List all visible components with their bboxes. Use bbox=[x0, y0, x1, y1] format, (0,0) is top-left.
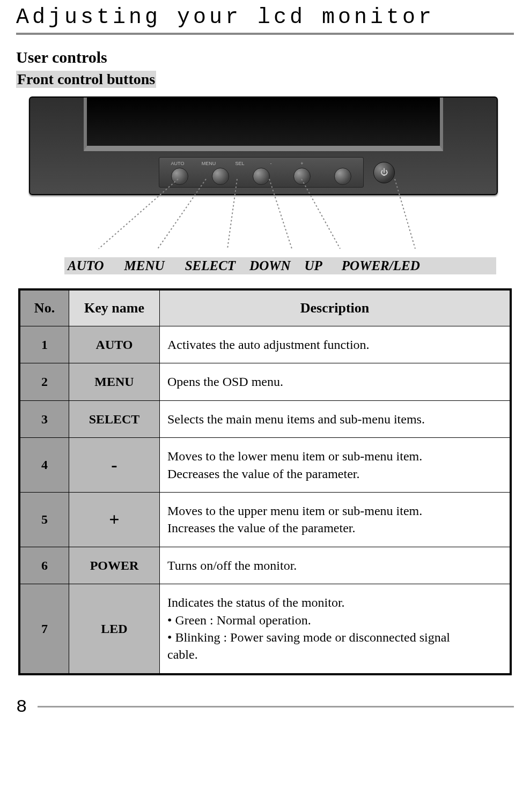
panel-label-minus: - bbox=[256, 161, 286, 166]
cell-no: 1 bbox=[19, 326, 69, 363]
cell-no: 7 bbox=[19, 584, 69, 674]
table-header-desc: Description bbox=[160, 289, 511, 326]
monitor-illustration: AUTO MENU SEL - + ⏻ bbox=[29, 96, 501, 254]
cell-no: 2 bbox=[19, 363, 69, 400]
cell-desc: Turns on/off the monitor. bbox=[160, 547, 511, 584]
svg-line-4 bbox=[301, 179, 340, 249]
label-down: DOWN bbox=[245, 258, 300, 273]
cell-key: - bbox=[69, 438, 160, 493]
panel-label-auto: AUTO bbox=[163, 161, 193, 166]
svg-line-1 bbox=[158, 179, 206, 249]
panel-label-plus: + bbox=[287, 161, 317, 166]
panel-label-sel: SEL bbox=[225, 161, 255, 166]
table-row: 7LEDIndicates the status of the monitor.… bbox=[19, 584, 511, 674]
table-row: 3SELECTSelects the main menu items and s… bbox=[19, 400, 511, 437]
cell-key: + bbox=[69, 492, 160, 547]
table-header-key: Key name bbox=[69, 289, 160, 326]
cell-no: 4 bbox=[19, 438, 69, 493]
cell-desc: Moves to the lower menu item or sub-menu… bbox=[160, 438, 511, 493]
table-row: 5+Moves to the upper menu item or sub-me… bbox=[19, 492, 511, 547]
leader-lines bbox=[29, 195, 501, 254]
label-power: POWER/LED bbox=[332, 258, 430, 273]
panel-label-menu: MENU bbox=[194, 161, 224, 166]
svg-line-3 bbox=[269, 179, 292, 249]
cell-no: 3 bbox=[19, 400, 69, 437]
cell-key: LED bbox=[69, 584, 160, 674]
label-select: SELECT bbox=[174, 258, 245, 273]
controls-table: No. Key name Description 1AUTOActivates … bbox=[18, 288, 512, 675]
table-row: 2MENUOpens the OSD menu. bbox=[19, 363, 511, 400]
page-title: Adjusting your lcd monitor bbox=[16, 5, 514, 29]
svg-line-2 bbox=[227, 179, 237, 249]
cell-key: SELECT bbox=[69, 400, 160, 437]
table-row: 4-Moves to the lower menu item or sub-me… bbox=[19, 438, 511, 493]
table-row: 1AUTOActivates the auto adjustment funct… bbox=[19, 326, 511, 363]
cell-desc: Selects the main menu items and sub-menu… bbox=[160, 400, 511, 437]
cell-no: 5 bbox=[19, 492, 69, 547]
cell-desc: Moves to the upper menu item or sub-menu… bbox=[160, 492, 511, 547]
svg-line-0 bbox=[99, 179, 178, 249]
label-menu: MENU bbox=[114, 258, 174, 273]
subsection-heading: Front control buttons bbox=[16, 71, 156, 88]
label-up: UP bbox=[300, 258, 332, 273]
page-number: 8 bbox=[16, 697, 27, 717]
section-heading: User controls bbox=[16, 48, 514, 66]
diagram-labels-row: AUTO MENU SELECT DOWN UP POWER/LED bbox=[64, 257, 496, 274]
cell-desc: Indicates the status of the monitor. • G… bbox=[160, 584, 511, 674]
table-row: 6POWERTurns on/off the monitor. bbox=[19, 547, 511, 584]
cell-desc: Activates the auto adjustment function. bbox=[160, 326, 511, 363]
label-auto: AUTO bbox=[68, 258, 114, 273]
table-header-no: No. bbox=[19, 289, 69, 326]
cell-key: AUTO bbox=[69, 326, 160, 363]
cell-key: MENU bbox=[69, 363, 160, 400]
svg-line-5 bbox=[395, 179, 415, 249]
cell-desc: Opens the OSD menu. bbox=[160, 363, 511, 400]
cell-no: 6 bbox=[19, 547, 69, 584]
cell-key: POWER bbox=[69, 547, 160, 584]
footer-rule bbox=[38, 706, 514, 707]
